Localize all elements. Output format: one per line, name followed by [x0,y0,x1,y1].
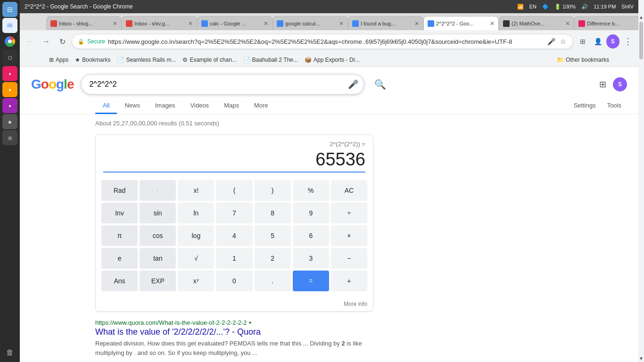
tools-button[interactable]: Tools [602,98,627,114]
calc-btn-deg[interactable]: · · · [140,180,176,201]
calc-btn-inv[interactable]: Inv [101,203,138,223]
avatar-button[interactable]: S [606,35,619,48]
calc-btn-minus[interactable]: − [331,248,367,269]
calc-btn-e[interactable]: e [101,248,138,269]
account-button[interactable]: 👤 [591,35,604,48]
scrollbar-thumb[interactable] [639,22,643,59]
bookmark-appexports[interactable]: 📦 App Exports - Dr... [302,56,363,64]
url-display[interactable]: https://www.google.co.in/search?q=2%5E2%… [108,38,544,45]
dock-icon-mail[interactable]: ✉ [2,18,17,33]
voice-search-icon[interactable]: 🎤 [348,79,358,90]
bookmark-github[interactable]: ⚙ Example of chan... [180,56,239,64]
calc-btn-sin[interactable]: sin [140,203,176,223]
bookmark-other[interactable]: 📁 Other bookmarks [554,56,612,64]
dock-icon-app8[interactable]: ◈ [2,114,17,129]
search-input[interactable] [81,74,364,94]
calc-btn-equals[interactable]: = [293,271,329,291]
calc-btn-percent[interactable]: % [293,180,329,201]
calc-btn-xy[interactable]: xʸ [178,271,214,291]
tab-images[interactable]: Images [148,98,183,114]
bookmark-star[interactable]: ☆ [559,37,567,46]
calc-btn-7[interactable]: 7 [216,203,252,223]
calc-btn-sqrt[interactable]: √ [178,248,214,269]
dock-icon-app7[interactable]: ♦ [2,98,17,113]
bookmark-seamless[interactable]: 📄 Seamless Rails m... [114,56,179,64]
calc-result[interactable] [103,149,365,173]
dock-icon-app4[interactable]: ⬡ [2,50,17,65]
calc-btn-ans[interactable]: Ans [101,271,138,291]
calc-more-info[interactable]: More info [96,297,373,311]
calc-btn-2[interactable]: 2 [255,248,291,269]
calc-btn-factorial[interactable]: x! [178,180,214,201]
dock-icon-chrome[interactable] [2,34,17,49]
calc-btn-1[interactable]: 1 [216,248,252,269]
reload-button[interactable]: ↻ [56,35,69,48]
dock-icon-finder[interactable]: ⊟ [2,2,17,17]
tab-more[interactable]: More [247,98,276,114]
calc-btn-ln[interactable]: ln [178,203,214,223]
tab-math[interactable]: (2) MathOve... ✕ [499,16,574,30]
calc-expression: 2^(2^(2^2)) = [103,140,365,148]
calc-btn-0[interactable]: 0 [216,271,252,291]
tab-videos[interactable]: Videos [183,98,217,114]
scroll-down-arrow[interactable]: ▼ [638,354,644,362]
search-submit-button[interactable]: 🔍 [372,76,388,93]
keyboard-lang: EN [529,4,537,9]
bookmark-bookmarks[interactable]: ★ Bookmarks [72,56,113,64]
calc-btn-cos[interactable]: cos [140,225,176,246]
tab-close-bug[interactable]: ✕ [414,20,419,27]
tab-gcalc[interactable]: google calcul... ✕ [272,16,348,30]
tab-inbox1[interactable]: Inbox - shivg... ✕ [46,16,122,30]
tab-current[interactable]: 2^2^2^2 - Goo... ✕ [423,16,499,30]
calc-btn-6[interactable]: 6 [293,225,329,246]
tab-close-gcalc[interactable]: ✕ [339,20,344,27]
calc-btn-plus[interactable]: + [331,271,367,291]
tab-calc[interactable]: calc - Google ... ✕ [197,16,272,30]
bookmark-apps[interactable]: ⊞ Apps [46,56,71,64]
settings-button[interactable]: Settings [568,98,602,114]
menu-button[interactable]: ⋮ [621,35,635,48]
tab-close-math[interactable]: ✕ [565,20,570,27]
scroll-up-arrow[interactable]: ▲ [638,13,644,21]
tab-maps[interactable]: Maps [216,98,247,114]
tab-bug[interactable]: I found a bug... ✕ [348,16,423,30]
bookmark-baahubali[interactable]: 📄 Baahubali 2 The... [240,56,301,64]
tab-inbox2[interactable]: Inbox - shiv.g... ✕ [122,16,197,30]
tab-news[interactable]: News [117,98,148,114]
calc-btn-exp[interactable]: EXP [140,271,176,291]
google-apps-icon[interactable]: ⊞ [596,76,609,92]
calc-btn-open-paren[interactable]: ( [216,180,252,201]
calc-btn-rad[interactable]: Rad [101,180,138,201]
tab-diff[interactable]: Difference b... ✕ [574,16,638,30]
calc-btn-dot[interactable]: . [255,271,291,291]
address-bar[interactable]: 🔒 Secure https://www.google.co.in/search… [72,34,573,49]
calc-btn-8[interactable]: 8 [255,203,291,223]
tab-all[interactable]: All [95,98,117,114]
dock-icon-trash[interactable]: 🗑 [2,345,17,360]
calc-btn-pi[interactable]: π [101,225,138,246]
google-avatar[interactable]: S [613,77,627,91]
calc-btn-ac[interactable]: AC [331,180,367,201]
back-button[interactable]: ← [24,35,37,48]
dock-icon-app5[interactable]: ♦ [2,66,17,81]
forward-button[interactable]: → [40,35,53,48]
extensions-button[interactable]: ⊞ [576,35,589,48]
dock-icon-app9[interactable]: ◎ [2,130,17,145]
mic-icon[interactable]: 🎤 [546,37,556,46]
calc-btn-tan[interactable]: tan [140,248,176,269]
result-title-1[interactable]: What is the value of '2/2/2/2/2/2/...'? … [95,327,378,337]
tab-close-inbox1[interactable]: ✕ [113,20,117,27]
calc-btn-5[interactable]: 5 [255,225,291,246]
calc-btn-close-paren[interactable]: ) [255,180,291,201]
google-logo[interactable]: Google [31,77,74,92]
tab-close-current[interactable]: ✕ [490,20,495,27]
tab-close-inbox2[interactable]: ✕ [188,20,193,27]
calc-btn-4[interactable]: 4 [216,225,252,246]
calc-btn-multiply[interactable]: × [331,225,367,246]
dock-icon-app6[interactable]: ● [2,82,17,97]
tab-close-calc[interactable]: ✕ [264,20,268,27]
calc-btn-9[interactable]: 9 [293,203,329,223]
calc-btn-log[interactable]: log [178,225,214,246]
calc-btn-3[interactable]: 3 [293,248,329,269]
calc-btn-divide[interactable]: ÷ [331,203,367,223]
